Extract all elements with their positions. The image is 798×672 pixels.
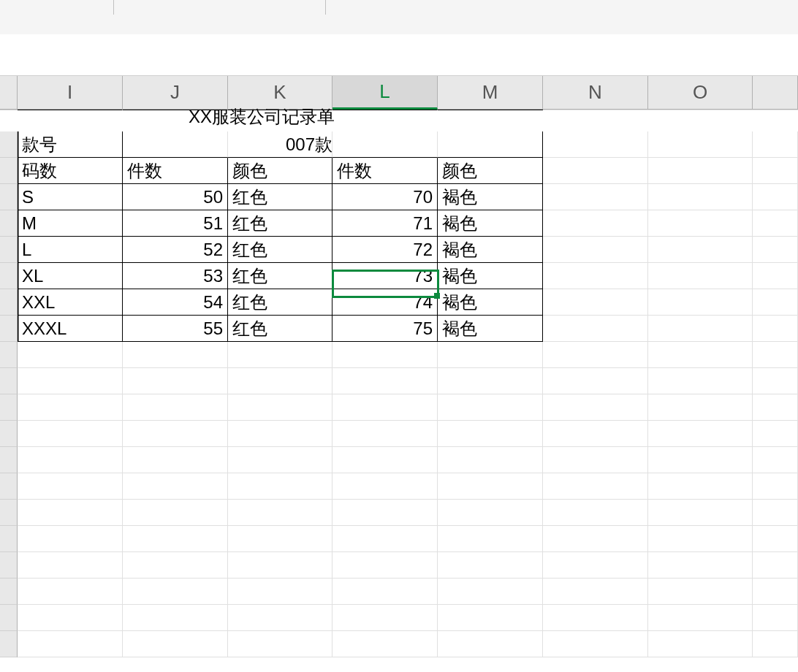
cell[interactable]	[753, 447, 798, 473]
cell[interactable]	[228, 421, 332, 447]
cell-color2[interactable]: 褐色	[438, 184, 543, 210]
cell-size[interactable]: XL	[18, 263, 123, 289]
cell-color1[interactable]: 红色	[228, 316, 332, 342]
header-qty1[interactable]: 件数	[123, 158, 228, 184]
cell[interactable]	[332, 110, 438, 110]
cell[interactable]	[543, 605, 648, 631]
cell[interactable]	[123, 131, 228, 158]
row-number[interactable]	[0, 552, 18, 579]
cell[interactable]	[753, 316, 798, 342]
cell-size[interactable]: XXL	[18, 289, 123, 316]
cell[interactable]	[648, 289, 753, 316]
cell[interactable]	[543, 631, 648, 657]
cell[interactable]	[438, 579, 543, 605]
cell[interactable]	[753, 342, 798, 368]
cell-color1[interactable]: 红色	[228, 184, 332, 210]
cell[interactable]	[543, 237, 648, 263]
cell[interactable]	[648, 605, 753, 631]
row-number[interactable]	[0, 631, 18, 657]
cell-qty2[interactable]: 70	[332, 184, 438, 210]
row-number[interactable]	[0, 289, 18, 316]
select-all-corner[interactable]	[0, 76, 18, 109]
col-header-M[interactable]: M	[438, 76, 543, 109]
row-number[interactable]	[0, 184, 18, 210]
cell[interactable]	[18, 500, 123, 526]
row-number[interactable]	[0, 579, 18, 605]
row-number[interactable]	[0, 605, 18, 631]
cell-qty2[interactable]: 72	[332, 237, 438, 263]
cell[interactable]	[543, 342, 648, 368]
cell[interactable]	[648, 368, 753, 394]
cell[interactable]	[332, 500, 438, 526]
cell[interactable]	[228, 605, 332, 631]
cell[interactable]	[753, 500, 798, 526]
cell[interactable]	[332, 368, 438, 394]
row-number[interactable]	[0, 447, 18, 473]
cell[interactable]	[18, 110, 123, 110]
cell[interactable]	[648, 526, 753, 552]
row-number[interactable]	[0, 342, 18, 368]
cell[interactable]	[543, 210, 648, 237]
cell-size[interactable]: XXXL	[18, 316, 123, 342]
cell[interactable]	[438, 342, 543, 368]
cell[interactable]	[18, 631, 123, 657]
cell-qty1[interactable]: 50	[123, 184, 228, 210]
cell[interactable]	[753, 552, 798, 579]
row-number[interactable]	[0, 131, 18, 158]
col-header-P[interactable]	[753, 76, 798, 109]
cell-style-value[interactable]: 007款	[228, 131, 332, 158]
row-number[interactable]	[0, 316, 18, 342]
cell[interactable]	[543, 526, 648, 552]
cell[interactable]	[18, 579, 123, 605]
cell[interactable]	[332, 447, 438, 473]
cell-qty2[interactable]: 75	[332, 316, 438, 342]
cell[interactable]	[753, 131, 798, 158]
cell[interactable]	[648, 500, 753, 526]
cell[interactable]	[543, 579, 648, 605]
cell[interactable]	[543, 184, 648, 210]
cell[interactable]	[228, 579, 332, 605]
cell[interactable]	[648, 131, 753, 158]
row-number[interactable]	[0, 368, 18, 394]
cell[interactable]	[332, 421, 438, 447]
row-number[interactable]	[0, 237, 18, 263]
cell[interactable]	[438, 605, 543, 631]
cell[interactable]	[332, 605, 438, 631]
col-header-K[interactable]: K	[228, 76, 332, 109]
cell[interactable]	[543, 368, 648, 394]
row-number[interactable]	[0, 473, 18, 500]
row-number[interactable]	[0, 526, 18, 552]
cell[interactable]	[332, 631, 438, 657]
cell[interactable]	[753, 605, 798, 631]
row-number[interactable]	[0, 394, 18, 421]
cell[interactable]	[648, 579, 753, 605]
cell[interactable]	[753, 526, 798, 552]
row-number[interactable]	[0, 263, 18, 289]
cell[interactable]	[438, 552, 543, 579]
cell[interactable]	[123, 368, 228, 394]
cell[interactable]	[228, 552, 332, 579]
cell[interactable]	[18, 552, 123, 579]
cell-qty1[interactable]: 52	[123, 237, 228, 263]
row-number[interactable]	[0, 210, 18, 237]
cell[interactable]	[18, 447, 123, 473]
cell-size[interactable]: M	[18, 210, 123, 237]
cell[interactable]	[648, 552, 753, 579]
cell[interactable]	[543, 500, 648, 526]
col-header-J[interactable]: J	[123, 76, 228, 109]
cell[interactable]	[123, 421, 228, 447]
cell[interactable]	[543, 158, 648, 184]
cell[interactable]	[753, 631, 798, 657]
cell[interactable]	[438, 631, 543, 657]
cell[interactable]	[753, 579, 798, 605]
cell[interactable]	[543, 447, 648, 473]
row-number[interactable]	[0, 158, 18, 184]
cell[interactable]	[18, 473, 123, 500]
cell[interactable]	[18, 368, 123, 394]
cell[interactable]	[228, 342, 332, 368]
cell[interactable]	[543, 421, 648, 447]
cell[interactable]	[123, 447, 228, 473]
cell-style-label[interactable]: 款号	[18, 131, 123, 158]
cell[interactable]	[332, 394, 438, 421]
cell-qty2[interactable]: 74	[332, 289, 438, 316]
